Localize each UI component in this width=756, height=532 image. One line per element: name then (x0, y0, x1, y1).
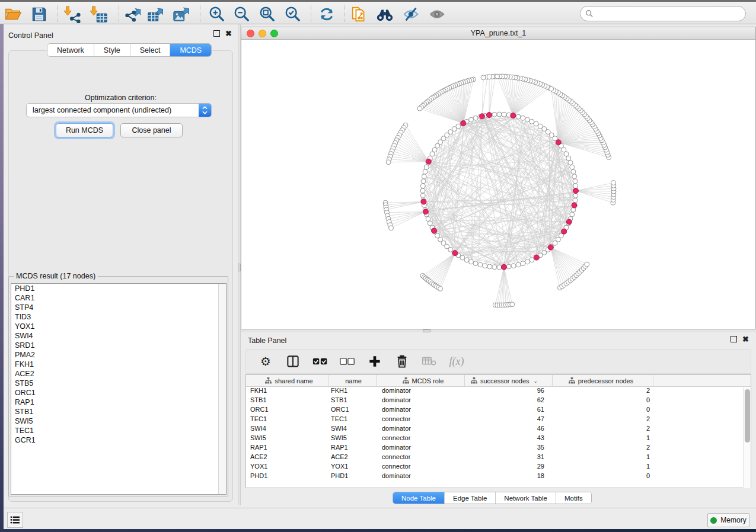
network-canvas[interactable] (241, 40, 755, 329)
table-cell: 31 (465, 453, 553, 463)
run-mcds-button[interactable]: Run MCDS (56, 123, 113, 137)
hide-selected-icon[interactable] (401, 4, 421, 24)
mcds-result-item[interactable]: ORC1 (11, 388, 226, 398)
mcds-result-item[interactable]: ACE2 (11, 369, 226, 379)
tab-node-table[interactable]: Node Table (393, 492, 445, 504)
table-scrollbar-thumb[interactable] (745, 389, 750, 443)
search-field[interactable] (580, 6, 746, 21)
table-cell: SWI4 (246, 425, 328, 434)
column-header-successor-nodes[interactable]: successor nodes⌄ (465, 375, 553, 386)
zoom-out-icon[interactable] (232, 4, 252, 24)
table-body: FKH1FKH1dominator962STB1STB1dominator620… (246, 387, 751, 482)
show-log-console-button[interactable] (7, 512, 23, 528)
column-settings-icon[interactable]: ⚙ (258, 354, 273, 369)
network-window-titlebar[interactable]: YPA_prune.txt_1 (241, 27, 755, 40)
optimization-criterion-value: largest connected component (undirected) (27, 106, 199, 114)
optimization-criterion-select[interactable]: largest connected component (undirected) (26, 103, 212, 117)
close-panel-button[interactable]: Close panel (120, 123, 183, 137)
show-all-icon[interactable] (427, 4, 447, 24)
table-row[interactable]: ORC1ORC1dominator610 (246, 406, 751, 415)
export-network-icon[interactable] (122, 4, 142, 24)
memory-button[interactable]: Memory (707, 513, 749, 527)
table-row[interactable]: SWI4SWI4dominator462 (246, 425, 751, 434)
network-graph[interactable] (241, 40, 755, 329)
table-cell: dominator (377, 396, 465, 406)
table-row[interactable]: ACE2ACE2connector311 (246, 453, 751, 463)
zoom-fit-icon[interactable] (257, 4, 277, 24)
mcds-result-item[interactable]: TEC1 (11, 426, 226, 435)
search-input[interactable] (596, 9, 745, 18)
table-cell: PHD1 (328, 472, 377, 482)
float-table-panel-icon[interactable] (731, 336, 737, 342)
add-column-icon[interactable] (367, 354, 382, 369)
delete-columns-icon[interactable] (394, 354, 410, 369)
table-toolbar: ⚙ f(x) (245, 349, 751, 374)
table-cell: SWI5 (246, 434, 328, 444)
duplicate-network-icon[interactable] (349, 4, 369, 24)
table-row[interactable]: FKH1FKH1dominator962 (246, 387, 751, 396)
tab-style[interactable]: Style (94, 44, 130, 56)
mcds-result-item[interactable]: RAP1 (11, 398, 226, 407)
table-cell: 2 (553, 444, 653, 453)
table-panel: Table Panel ✖ ⚙ f(x) shared name name (241, 332, 756, 508)
table-row[interactable]: RAP1RAP1dominator352 (246, 444, 751, 453)
table-row[interactable]: PHD1PHD1dominator180 (246, 472, 751, 482)
zoom-selected-icon[interactable] (283, 4, 303, 24)
first-neighbors-icon[interactable] (375, 4, 395, 24)
tab-motifs[interactable]: Motifs (556, 492, 591, 504)
mcds-result-item[interactable]: TID3 (11, 312, 226, 322)
tab-mcds[interactable]: MCDS (170, 44, 211, 56)
mcds-result-item[interactable]: SRD1 (11, 341, 226, 350)
table-row[interactable]: TEC1TEC1connector472 (246, 415, 751, 425)
column-header-shared-name[interactable]: shared name (246, 375, 328, 386)
mcds-result-item[interactable]: GCR1 (11, 435, 226, 445)
column-header-predecessor-nodes[interactable]: predecessor nodes (553, 375, 653, 386)
close-table-panel-icon[interactable]: ✖ (742, 336, 749, 342)
mcds-result-item[interactable]: YOX1 (11, 322, 226, 331)
open-file-icon[interactable] (3, 4, 23, 24)
show-columns-icon[interactable] (285, 354, 301, 369)
zoom-in-icon[interactable] (207, 4, 227, 24)
table-cell: YOX1 (328, 463, 377, 472)
column-header-mcds-role[interactable]: MCDS role (377, 375, 465, 386)
select-all-checkboxes-icon[interactable] (312, 354, 328, 369)
table-cell: SWI5 (328, 434, 377, 444)
table-scrollbar[interactable] (743, 387, 751, 488)
table-row[interactable]: YOX1YOX1connector291 (246, 463, 751, 472)
mcds-result-item[interactable]: STB1 (11, 407, 226, 416)
table-cell (653, 472, 751, 482)
mcds-result-list[interactable]: PHD1CAR1STP4TID3YOX1SWI4SRD1PMA2FKH1ACE2… (11, 283, 227, 495)
table-cell (653, 444, 751, 453)
mcds-result-item[interactable]: FKH1 (11, 360, 226, 369)
tab-edge-table[interactable]: Edge Table (445, 492, 496, 504)
mcds-result-item[interactable]: PHD1 (11, 284, 226, 293)
table-cell: FKH1 (246, 387, 328, 396)
import-table-icon[interactable] (89, 4, 109, 24)
mcds-result-item[interactable]: STP4 (11, 303, 226, 312)
export-image-icon[interactable] (171, 4, 192, 24)
table-header-row: shared name name MCDS role successor nod… (246, 375, 751, 387)
column-header-name[interactable]: name (328, 375, 377, 386)
close-panel-icon[interactable]: ✖ (225, 30, 232, 37)
table-row[interactable]: STB1STB1dominator620 (246, 396, 751, 406)
mcds-result-item[interactable]: PMA2 (11, 350, 226, 360)
mcds-list-scrollbar[interactable] (218, 284, 226, 494)
apply-layout-icon[interactable] (317, 4, 337, 24)
table-cell: RAP1 (328, 444, 377, 453)
tab-select[interactable]: Select (130, 44, 171, 56)
tab-network-table[interactable]: Network Table (496, 492, 556, 504)
export-table-icon[interactable] (146, 4, 166, 24)
mcds-result-item[interactable]: SWI5 (11, 416, 226, 426)
deselect-all-checkboxes-icon[interactable] (340, 354, 355, 369)
tab-network[interactable]: Network (47, 44, 94, 56)
table-cell: 2 (553, 415, 653, 425)
import-network-icon[interactable] (63, 4, 83, 24)
float-panel-icon[interactable] (213, 30, 220, 37)
table-row[interactable]: SWI5SWI5connector431 (246, 434, 751, 444)
table-cell: 46 (465, 425, 553, 434)
save-session-icon[interactable] (29, 4, 49, 24)
mcds-result-item[interactable]: SWI4 (11, 331, 226, 341)
mcds-result-item[interactable]: STB5 (11, 379, 226, 388)
mcds-result-item[interactable]: CAR1 (11, 293, 226, 303)
table-cell: 1 (553, 453, 653, 463)
